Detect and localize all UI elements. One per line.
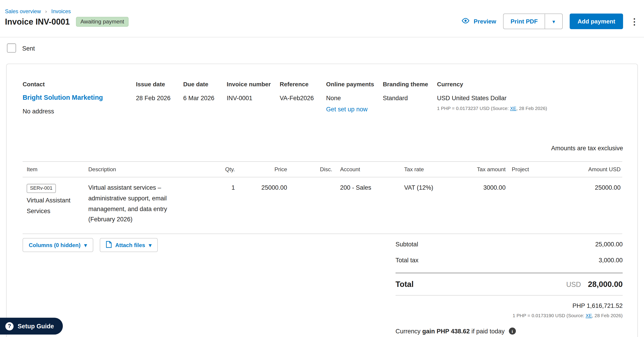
- tax-exclusive-note: Amounts are tax exclusive: [551, 144, 623, 152]
- table-row: SERv-001 Virtual Assistant Services Virt…: [22, 177, 622, 234]
- totals-rate-suffix: , 28 Feb 2026): [592, 313, 622, 318]
- converted-total: PHP 1,616,721.52: [396, 302, 622, 309]
- currency-gain-row: Currency gain PHP 438.62 if paid today i: [396, 328, 622, 335]
- info-icon[interactable]: i: [509, 328, 516, 335]
- xe-link[interactable]: XE: [510, 106, 516, 111]
- reference-value: VA-Feb2026: [280, 94, 314, 102]
- cell-price: 25000.00: [236, 177, 289, 234]
- header-price: Price: [236, 162, 289, 177]
- breadcrumb-invoices[interactable]: Invoices: [51, 8, 71, 14]
- header-actions: Preview Print PDF ▾ Add payment ⋮: [461, 14, 638, 29]
- contact-address: No address: [22, 108, 103, 114]
- chevron-down-icon: ▾: [149, 242, 152, 248]
- contact-label: Contact: [22, 81, 103, 88]
- total-label: Total: [396, 280, 414, 289]
- totals-divider-light: [396, 295, 622, 296]
- eye-icon: [461, 18, 470, 25]
- title-row: Invoice INV-0001 Awaiting payment: [5, 17, 129, 27]
- cell-tax-amount: 3000.00: [468, 177, 507, 234]
- subtotal-label: Subtotal: [396, 240, 418, 248]
- reference-label: Reference: [280, 81, 314, 88]
- header-tax-rate: Tax rate: [398, 162, 468, 177]
- setup-guide-button[interactable]: ? Setup Guide: [0, 318, 63, 334]
- field-reference: Reference VA-Feb2026: [280, 81, 314, 101]
- chevron-down-icon: ▾: [84, 242, 87, 248]
- total-currency: USD: [566, 281, 581, 289]
- xe-link[interactable]: XE: [586, 313, 592, 318]
- contact-link[interactable]: Bright Solution Marketing: [22, 94, 103, 101]
- totals-divider-strong: [396, 272, 622, 274]
- totals-rate-note: 1 PHP = 0.0173190 USD (Source: XE, 28 Fe…: [396, 313, 622, 318]
- chevron-down-icon: ▾: [552, 19, 555, 24]
- currency-label: Currency: [437, 81, 547, 88]
- header-item: Item: [22, 162, 88, 177]
- attach-files-button[interactable]: Attach files ▾: [100, 238, 158, 252]
- cell-amount: 25000.00: [536, 177, 622, 234]
- field-online-payments: Online payments None Get set up now: [326, 81, 374, 112]
- get-set-up-link[interactable]: Get set up now: [326, 106, 374, 112]
- header-divider: [0, 37, 644, 37]
- sent-row: Sent: [7, 44, 35, 52]
- file-icon: [106, 241, 111, 249]
- header-project: Project: [507, 162, 536, 177]
- invoice-page: Sales overview › Invoices Invoice INV-00…: [0, 0, 644, 337]
- rate-prefix: 1 PHP = 0.0173237 USD (Source:: [437, 106, 510, 111]
- cell-qty: 1: [218, 177, 236, 234]
- cell-description: Virtual assistant services – administrat…: [88, 177, 218, 234]
- branding-theme-value: Standard: [383, 94, 428, 102]
- header-description: Description: [88, 162, 218, 177]
- subtotal-value: 25,000.00: [595, 240, 622, 248]
- subtotal-row: Subtotal 25,000.00: [396, 240, 622, 248]
- field-branding-theme: Branding theme Standard: [383, 81, 428, 101]
- setup-guide-label: Setup Guide: [18, 323, 54, 330]
- cell-item: SERv-001 Virtual Assistant Services: [22, 177, 88, 234]
- print-pdf-button[interactable]: Print PDF: [504, 14, 544, 29]
- field-issue-date: Issue date 28 Feb 2026: [136, 81, 170, 101]
- invoice-card: Contact Bright Solution Marketing No add…: [6, 64, 638, 337]
- header-amount-usd: Amount USD: [536, 162, 622, 177]
- online-payments-value: None: [326, 94, 374, 102]
- currency-rate-note: 1 PHP = 0.0173237 USD (Source: XE, 28 Fe…: [437, 106, 547, 111]
- breadcrumb-separator: ›: [45, 9, 47, 14]
- help-icon: ?: [5, 322, 14, 330]
- preview-button[interactable]: Preview: [461, 18, 496, 25]
- print-pdf-split-button: Print PDF ▾: [503, 14, 563, 29]
- description-text: Virtual assistant services – administrat…: [88, 182, 184, 224]
- total-value: 28,000.00: [588, 280, 622, 289]
- cell-project: [507, 177, 536, 234]
- table-actions: Columns (0 hidden) ▾ Attach files ▾: [22, 238, 158, 252]
- cell-disc: [289, 177, 334, 234]
- header-tax-amount: Tax amount: [468, 162, 507, 177]
- field-currency: Currency USD United States Dollar 1 PHP …: [437, 81, 547, 111]
- page-title: Invoice INV-0001: [5, 17, 70, 26]
- field-invoice-number: Invoice number INV-0001: [227, 81, 271, 101]
- columns-button[interactable]: Columns (0 hidden) ▾: [22, 238, 93, 252]
- sent-label: Sent: [22, 45, 35, 52]
- gain-amount: gain PHP 438.62: [422, 328, 470, 335]
- header-account: Account: [334, 162, 398, 177]
- print-pdf-dropdown[interactable]: ▾: [545, 14, 562, 29]
- online-payments-label: Online payments: [326, 81, 374, 88]
- sent-checkbox[interactable]: [7, 44, 16, 52]
- branding-theme-label: Branding theme: [383, 81, 428, 88]
- item-name: Virtual Assistant Services: [27, 195, 81, 216]
- item-code-tag: SERv-001: [27, 184, 56, 193]
- cell-tax-rate: VAT (12%): [398, 177, 468, 234]
- add-payment-button[interactable]: Add payment: [570, 14, 623, 29]
- issue-date-value: 28 Feb 2026: [136, 94, 170, 102]
- total-tax-label: Total tax: [396, 256, 418, 264]
- currency-value: USD United States Dollar: [437, 94, 547, 102]
- invoice-number-label: Invoice number: [227, 81, 271, 88]
- kebab-menu-icon[interactable]: ⋮: [630, 17, 638, 26]
- breadcrumb-sales-overview[interactable]: Sales overview: [5, 8, 41, 14]
- columns-label: Columns (0 hidden): [29, 242, 80, 248]
- field-contact: Contact Bright Solution Marketing No add…: [22, 81, 103, 114]
- gain-prefix: Currency: [396, 328, 422, 335]
- total-tax-row: Total tax 3,000.00: [396, 256, 622, 264]
- due-date-label: Due date: [183, 81, 214, 88]
- breadcrumb: Sales overview › Invoices: [5, 8, 71, 14]
- field-due-date: Due date 6 Mar 2026: [183, 81, 214, 101]
- totals-rate-prefix: 1 PHP = 0.0173190 USD (Source:: [512, 313, 586, 318]
- total-row: Total USD 28,000.00: [396, 280, 622, 289]
- attach-files-label: Attach files: [115, 242, 145, 248]
